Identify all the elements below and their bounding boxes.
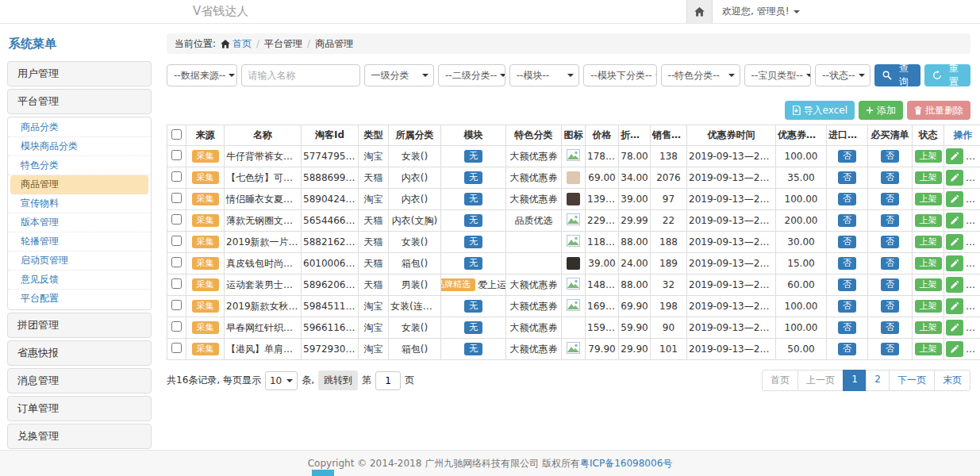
import-select-badge[interactable]: 否: [838, 257, 856, 270]
row-checkbox[interactable]: [171, 257, 182, 267]
row-checkbox[interactable]: [171, 300, 182, 310]
row-checkbox[interactable]: [171, 343, 182, 353]
import-select-badge[interactable]: 否: [838, 150, 856, 163]
pager-button-末页[interactable]: 末页: [934, 370, 970, 391]
pager-button-上一页[interactable]: 上一页: [797, 370, 844, 391]
name-search-input[interactable]: [241, 64, 360, 86]
import-select-badge[interactable]: 否: [838, 300, 856, 313]
sidebar-submenu-item-active[interactable]: 商品管理: [10, 175, 148, 194]
pager-button-2[interactable]: 2: [866, 370, 890, 391]
must-buy-badge[interactable]: 否: [881, 171, 899, 184]
edit-button[interactable]: [946, 213, 963, 228]
breadcrumb-home-link[interactable]: 首页: [221, 33, 252, 54]
status-badge[interactable]: 上架: [915, 321, 942, 334]
filter-select[interactable]: --模块--: [509, 64, 580, 86]
select-all-checkbox[interactable]: [171, 129, 182, 140]
must-buy-badge[interactable]: 否: [881, 321, 899, 334]
filter-select[interactable]: --宝贝类型--: [744, 64, 812, 86]
must-buy-badge[interactable]: 否: [881, 236, 899, 248]
must-buy-badge[interactable]: 否: [881, 257, 899, 270]
status-badge[interactable]: 上架: [915, 300, 942, 313]
sidebar-submenu-item[interactable]: 意见反馈: [8, 271, 151, 290]
import-excel-button[interactable]: 导入excel: [785, 101, 855, 120]
import-select-badge[interactable]: 否: [838, 214, 856, 227]
import-select-badge[interactable]: 否: [838, 193, 856, 205]
import-select-badge[interactable]: 否: [838, 171, 856, 184]
row-select-cell: [167, 210, 186, 232]
status-badge[interactable]: 上架: [915, 193, 942, 205]
sidebar-panel-item[interactable]: 平台管理: [7, 89, 152, 114]
filter-select[interactable]: 一级分类: [364, 64, 435, 86]
home-button[interactable]: [686, 0, 713, 23]
row-checkbox[interactable]: [171, 321, 182, 332]
chevron-down-icon: [422, 74, 429, 77]
import-select-badge[interactable]: 否: [838, 236, 856, 248]
status-badge[interactable]: 上架: [915, 214, 942, 227]
sidebar-submenu-item[interactable]: 模块商品分类: [8, 137, 151, 156]
row-checkbox[interactable]: [171, 278, 182, 289]
sidebar-submenu-item[interactable]: 商品分类: [8, 118, 151, 137]
column-header: 模块: [441, 125, 506, 146]
icon-cell: [562, 167, 586, 189]
pager-button-首页[interactable]: 首页: [762, 370, 798, 391]
filter-select[interactable]: --特色分类--: [661, 64, 740, 86]
row-checkbox[interactable]: [171, 236, 182, 246]
user-menu[interactable]: 欢迎您, 管理员!: [713, 0, 800, 23]
must-buy-badge[interactable]: 否: [881, 278, 899, 291]
sidebar-submenu-item[interactable]: 轮播管理: [8, 232, 151, 251]
pager-button-下一页[interactable]: 下一页: [889, 370, 935, 391]
edit-button[interactable]: [946, 255, 963, 271]
sidebar-panel-item[interactable]: 拼团管理: [7, 313, 152, 338]
filter-select[interactable]: --二级分类--: [438, 64, 505, 86]
jump-button[interactable]: 跳转到: [318, 370, 358, 390]
import-select-badge[interactable]: 否: [838, 321, 856, 334]
edit-button[interactable]: [946, 341, 963, 357]
sidebar-submenu-item[interactable]: 平台配置: [8, 290, 151, 309]
page-number-input[interactable]: [375, 371, 401, 390]
edit-button[interactable]: [946, 234, 963, 250]
pager-button-1[interactable]: 1: [843, 370, 867, 391]
import-select-cell: 否: [827, 232, 868, 253]
per-page-select[interactable]: 10: [265, 371, 298, 390]
edit-button[interactable]: [946, 191, 963, 207]
import-select-badge[interactable]: 否: [838, 343, 856, 355]
row-checkbox[interactable]: [171, 193, 182, 203]
edit-button[interactable]: [946, 320, 963, 336]
edit-button[interactable]: [946, 277, 963, 293]
row-checkbox[interactable]: [171, 214, 182, 225]
sidebar-panel-item[interactable]: 省惠快报: [7, 340, 152, 366]
edit-button[interactable]: [946, 298, 963, 314]
must-buy-badge[interactable]: 否: [881, 214, 899, 227]
filter-select[interactable]: --模块下分类--: [583, 64, 656, 86]
icp-link[interactable]: 粤ICP备16098006号: [580, 458, 672, 469]
sidebar-submenu-item[interactable]: 版本管理: [8, 213, 151, 232]
sidebar-submenu-item[interactable]: 宣传物料: [8, 194, 151, 213]
sidebar-panel-item[interactable]: 订单管理: [7, 396, 152, 421]
status-badge[interactable]: 上架: [915, 236, 942, 248]
edit-button[interactable]: [946, 170, 963, 186]
row-checkbox[interactable]: [171, 150, 182, 160]
status-badge[interactable]: 上架: [915, 150, 942, 163]
reset-button[interactable]: 重置: [924, 64, 970, 86]
row-checkbox[interactable]: [171, 171, 182, 182]
must-buy-badge[interactable]: 否: [881, 300, 899, 313]
status-badge[interactable]: 上架: [915, 278, 942, 291]
sidebar-panel-item[interactable]: 兑换管理: [7, 424, 152, 449]
filter-select[interactable]: --数据来源--: [167, 64, 237, 86]
batch-delete-button[interactable]: 批量删除: [907, 101, 970, 120]
filter-select[interactable]: --状态--: [815, 64, 870, 86]
must-buy-badge[interactable]: 否: [881, 193, 899, 205]
sidebar-panel-item[interactable]: 用户管理: [7, 61, 152, 86]
add-button[interactable]: 添加: [859, 101, 903, 120]
status-badge[interactable]: 上架: [915, 343, 942, 355]
sidebar-submenu-item[interactable]: 启动页管理: [8, 251, 151, 271]
status-badge[interactable]: 上架: [915, 257, 942, 270]
sidebar-submenu-item[interactable]: 特色分类: [8, 156, 151, 175]
import-select-badge[interactable]: 否: [838, 278, 856, 291]
search-button[interactable]: 查询: [874, 64, 920, 86]
must-buy-badge[interactable]: 否: [881, 150, 899, 163]
must-buy-badge[interactable]: 否: [881, 343, 899, 355]
edit-button[interactable]: [946, 148, 963, 164]
sidebar-panel-item[interactable]: 消息管理: [7, 368, 152, 393]
status-badge[interactable]: 上架: [915, 171, 942, 184]
